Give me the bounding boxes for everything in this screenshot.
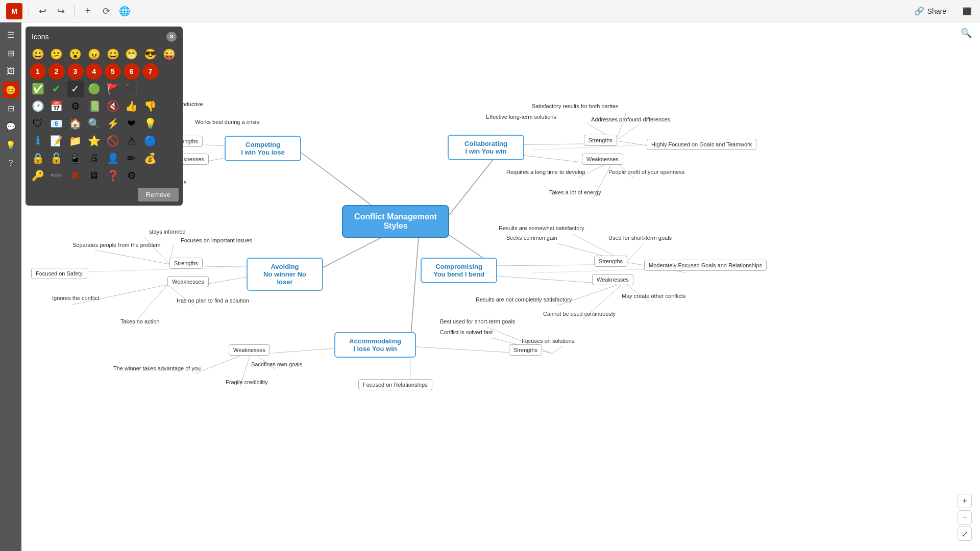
sidebar-item-map[interactable]: ⊞	[3, 45, 19, 61]
label-accommodating-strengths[interactable]: Strengths	[509, 344, 542, 356]
icon-tongue[interactable]: 😜	[161, 46, 177, 62]
icon-warning[interactable]: ⚠	[124, 133, 140, 149]
icon-sad[interactable]: 😕	[48, 46, 65, 62]
sidebar-item-comment[interactable]: 💬	[3, 118, 19, 135]
icon-minus[interactable]: ➖	[48, 167, 65, 184]
icon-thumbup[interactable]: 👍	[124, 98, 140, 114]
icon-surprised[interactable]: 😮	[67, 46, 84, 62]
icon-circle[interactable]: 🔵	[142, 133, 159, 149]
icon-book[interactable]: 📗	[86, 98, 102, 114]
icon-num2[interactable]: 2	[48, 63, 65, 80]
label-focused-safety[interactable]: Focused on Safety	[31, 268, 87, 279]
text-addresses-profound: Addresses profound differences	[591, 116, 670, 122]
icon-mute[interactable]: 🔇	[105, 98, 121, 114]
present-button[interactable]: ⬛	[960, 4, 974, 18]
collaborating-line2: I win You win	[456, 147, 516, 155]
icon-happy[interactable]: 😀	[30, 46, 46, 62]
icon-bulb[interactable]: 💡	[142, 115, 159, 132]
icon-monitor[interactable]: 🖥	[86, 167, 102, 184]
sidebar-item-help[interactable]: ?	[3, 155, 19, 171]
icons-panel-close-button[interactable]: ✕	[166, 32, 177, 42]
sidebar-item-emoji[interactable]: 😊	[3, 82, 19, 98]
sidebar-item-menu[interactable]: ☰	[3, 27, 19, 43]
zoom-fit-button[interactable]: ⤢	[958, 527, 972, 541]
icon-num4[interactable]: 4	[86, 63, 102, 80]
label-avoiding-weaknesses[interactable]: Weaknesses	[167, 276, 209, 287]
icon-search[interactable]: 🔍	[86, 115, 102, 132]
search-button[interactable]: 🔍	[961, 28, 972, 39]
icon-star[interactable]: ⭐	[86, 133, 102, 149]
icon-settings[interactable]: ⚙	[124, 167, 140, 184]
add-button[interactable]: +	[81, 4, 95, 18]
icon-email[interactable]: 📧	[48, 115, 65, 132]
icon-money[interactable]: 💰	[142, 150, 159, 166]
icon-info[interactable]: ℹ	[30, 133, 46, 149]
label-accommodating-weaknesses[interactable]: Weaknesses	[229, 344, 270, 356]
label-moderately-focused[interactable]: Moderately Focused Goals and Relationshi…	[644, 260, 767, 271]
icon-mobile[interactable]: 📱	[67, 150, 84, 166]
icon-home[interactable]: 🏠	[67, 115, 84, 132]
icon-check2[interactable]: ✔	[48, 81, 65, 97]
node-accommodating[interactable]: Accommodating I lose You win	[334, 332, 416, 358]
icon-lock-closed[interactable]: 🔒	[30, 150, 46, 166]
app-logo[interactable]: M	[6, 3, 22, 19]
icon-clock[interactable]: 🕐	[30, 98, 46, 114]
icon-no[interactable]: 🚫	[105, 133, 121, 149]
label-avoiding-strengths[interactable]: Strengths	[169, 258, 203, 269]
icon-num3[interactable]: 3	[67, 63, 84, 80]
label-focused-relationships[interactable]: Focused on Relationships	[358, 379, 432, 390]
icon-print[interactable]: 🖨	[86, 150, 102, 166]
label-compromising-strengths[interactable]: Strengths	[594, 256, 627, 267]
icon-num7[interactable]: 7	[142, 63, 159, 80]
refresh-button[interactable]: ⟳	[99, 4, 113, 18]
icon-key[interactable]: 🔑	[30, 167, 46, 184]
icon-calendar[interactable]: 📅	[48, 98, 65, 114]
label-highly-focused[interactable]: Highly Focused on Goals and Teamwork	[647, 139, 756, 150]
icon-flag-red[interactable]: 🚩	[105, 81, 121, 97]
icon-folder[interactable]: 📁	[67, 133, 84, 149]
sidebar-item-image[interactable]: 🖼	[3, 63, 19, 80]
globe-button[interactable]: 🌐	[117, 4, 132, 18]
icon-shield[interactable]: 🛡	[30, 115, 46, 132]
icon-question[interactable]: ❓	[105, 167, 121, 184]
icon-smile[interactable]: 😄	[105, 46, 121, 62]
icon-grin[interactable]: 😁	[124, 46, 140, 62]
icon-heart[interactable]: ❤	[124, 115, 140, 132]
sidebar-item-layout[interactable]: ⊟	[3, 100, 19, 116]
icons-panel-footer: Remove	[26, 184, 183, 202]
icon-pencil[interactable]: ✏	[124, 150, 140, 166]
svg-line-4	[411, 237, 419, 336]
zoom-in-button[interactable]: +	[958, 494, 972, 508]
icon-num5[interactable]: 5	[105, 63, 121, 80]
redo-button[interactable]: ↪	[54, 4, 68, 18]
left-sidebar: ☰ ⊞ 🖼 😊 ⊟ 💬 💡 ?	[0, 22, 21, 551]
node-compromising[interactable]: Compromising You bend I bend	[421, 258, 497, 283]
icon-note[interactable]: 📝	[48, 133, 65, 149]
icon-check-green[interactable]: ✅	[30, 81, 46, 97]
remove-button[interactable]: Remove	[138, 188, 179, 202]
zoom-out-button[interactable]: −	[958, 510, 972, 524]
icon-user[interactable]: 👤	[105, 150, 121, 166]
share-button[interactable]: 🔗 Share	[907, 3, 953, 19]
icon-thumbdown[interactable]: 👎	[142, 98, 159, 114]
undo-button[interactable]: ↩	[35, 4, 50, 18]
icon-check3[interactable]: ✓	[67, 81, 84, 97]
sidebar-item-bulb[interactable]: 💡	[3, 137, 19, 153]
icon-cool[interactable]: 😎	[142, 46, 159, 62]
icon-angry[interactable]: 😠	[86, 46, 102, 62]
label-collaborating-strengths[interactable]: Strengths	[584, 135, 617, 146]
icon-flag-black[interactable]: ⬛	[124, 81, 140, 97]
icon-gear[interactable]: ⚙	[67, 98, 84, 114]
node-center[interactable]: Conflict Management Styles	[342, 205, 449, 238]
icon-num1[interactable]: 1	[30, 63, 46, 80]
node-avoiding[interactable]: Avoiding No winner No loser	[247, 258, 323, 291]
icon-lightning[interactable]: ⚡	[105, 115, 121, 132]
node-collaborating[interactable]: Collaborating I win You win	[448, 135, 524, 160]
icon-num6[interactable]: 6	[124, 63, 140, 80]
label-compromising-weaknesses[interactable]: Weaknesses	[592, 274, 633, 285]
icon-flag-green[interactable]: 🟢	[86, 81, 102, 97]
node-competing[interactable]: Competing I win You lose	[225, 136, 301, 161]
icon-cross-red[interactable]: ✖	[67, 167, 84, 184]
icon-lock-open[interactable]: 🔓	[48, 150, 65, 166]
label-collaborating-weaknesses[interactable]: Weaknesses	[582, 154, 623, 165]
